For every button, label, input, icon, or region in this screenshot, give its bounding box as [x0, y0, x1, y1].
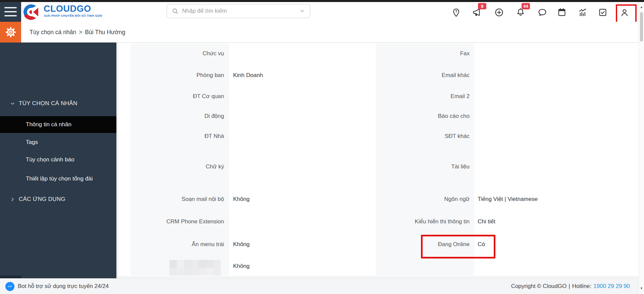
sidebar-item[interactable]: Thông tin cá nhân	[0, 116, 116, 133]
sidebar-section-label: CÁC ỨNG DỤNG	[19, 196, 65, 203]
messenger-icon	[5, 282, 14, 291]
chat-icon[interactable]	[537, 7, 548, 18]
page-root: CLOUDGO GIẢI PHÁP CHUYỂN ĐỔI SỐ TINH GỌN…	[0, 0, 644, 294]
search-dropdown-chevron-icon[interactable]	[299, 8, 305, 14]
form-label: ĐT Cơ quan	[135, 92, 224, 100]
form-label: Tài liệu	[381, 163, 470, 171]
breadcrumb: Tùy chọn cá nhân > Bùi Thu Hường	[30, 22, 125, 43]
cloudgo-logo-icon	[23, 4, 40, 20]
scroll-up-arrow[interactable]: ▲	[639, 5, 644, 9]
scrollbar-thumb[interactable]	[640, 12, 643, 42]
form-label: ĐT Nhà	[135, 132, 224, 140]
breadcrumb-bar: Tùy chọn cá nhân > Bùi Thu Hường	[0, 22, 644, 43]
notification-badge: 8	[478, 3, 486, 9]
header-bar: CLOUDGO GIẢI PHÁP CHUYỂN ĐỔI SỐ TINH GỌN…	[0, 2, 644, 22]
form-value: Không	[233, 240, 250, 248]
sidebar-collapse-handle[interactable]	[0, 276, 21, 278]
sidebar: TÙY CHỌN CÁ NHÂNThông tin cá nhânTagsTùy…	[0, 43, 116, 278]
support-bot-text: Bot hỗ trợ sử dụng trực tuyến 24/24	[18, 283, 109, 290]
footer-bar: Bot hỗ trợ sử dụng trực tuyến 24/24 Copy…	[0, 278, 644, 294]
support-bot-link[interactable]: Bot hỗ trợ sử dụng trực tuyến 24/24	[5, 279, 109, 294]
footer-separator: |	[569, 283, 570, 290]
chevron-right-icon	[10, 197, 15, 202]
svg-text:?: ?	[455, 9, 457, 13]
bell-icon[interactable]: 44	[515, 7, 526, 18]
sidebar-section-label: TÙY CHỌN CÁ NHÂN	[19, 100, 77, 107]
copyright-text: Copyright © CloudGO	[511, 283, 567, 290]
settings-gear-button[interactable]	[0, 22, 21, 43]
cloudgo-logo[interactable]: CLOUDGO GIẢI PHÁP CHUYỂN ĐỔI SỐ TINH GỌN	[23, 4, 103, 20]
chevron-down-icon	[10, 101, 15, 106]
hamburger-bar	[4, 7, 17, 8]
global-search	[167, 4, 310, 18]
sidebar-item[interactable]: Tags	[0, 134, 116, 151]
help-pin-icon[interactable]: ?	[450, 7, 462, 18]
form-label: Email 2	[381, 92, 470, 100]
breadcrumb-separator: >	[79, 29, 82, 36]
search-input[interactable]	[181, 7, 299, 15]
form-label: Email khác	[381, 71, 470, 79]
calendar-icon[interactable]	[556, 7, 568, 18]
gear-icon	[5, 26, 17, 38]
sidebar-section-applications[interactable]: CÁC ỨNG DỤNG	[0, 191, 116, 208]
hamburger-menu-button[interactable]	[0, 2, 21, 22]
page-scrollbar[interactable]: ▲ ▼	[639, 2, 644, 294]
form-label: Phòng ban	[135, 71, 224, 79]
breadcrumb-item-options[interactable]: Tùy chọn cá nhân	[30, 29, 76, 36]
redacted-label-block	[169, 260, 221, 276]
form-value: Chi tiết	[478, 218, 495, 226]
search-icon	[171, 7, 179, 15]
logo-tagline: GIẢI PHÁP CHUYỂN ĐỔI SỐ TINH GỌN	[44, 14, 102, 17]
scroll-down-arrow[interactable]: ▼	[639, 287, 644, 290]
hotline-number-link[interactable]: 1900 29 29 90	[593, 283, 630, 290]
breadcrumb-item-user: Bùi Thu Hường	[85, 29, 125, 36]
annotation-box-online-field	[421, 235, 495, 259]
form-label: Chữ ký	[135, 163, 224, 171]
footer-copyright: Copyright © CloudGO | Hotline: 1900 29 2…	[511, 279, 630, 294]
form-label: SĐT khác	[381, 132, 470, 140]
form-label: Di động	[135, 112, 224, 120]
form-value: Không	[233, 195, 250, 203]
hotline-label: Hotline:	[572, 283, 592, 290]
form-label: Fax	[381, 50, 470, 58]
form-value: Tiếng Việt | Vietnamese	[478, 195, 538, 203]
chart-icon[interactable]	[577, 7, 588, 18]
hamburger-bar	[4, 11, 17, 12]
form-label: Ngôn ngữ	[381, 195, 470, 203]
form-value: Kinh Doanh	[233, 71, 263, 79]
check-square-icon[interactable]	[597, 7, 608, 18]
form-value: Không	[233, 262, 250, 270]
hamburger-bar	[4, 15, 17, 16]
content-divider	[119, 43, 639, 43]
form-label: Báo cáo cho	[381, 112, 470, 120]
sidebar-item[interactable]: Tùy chọn cảnh báo	[0, 151, 116, 168]
content-bottom-divider	[116, 277, 639, 277]
sidebar-shadow	[116, 43, 119, 278]
form-label: Chức vụ	[135, 50, 224, 58]
sidebar-section-personal-options[interactable]: TÙY CHỌN CÁ NHÂN	[0, 95, 116, 112]
form-label: Ẩn menu trái	[135, 240, 224, 248]
notification-badge: 44	[522, 3, 530, 9]
megaphone-icon[interactable]: 8	[471, 7, 483, 18]
plus-icon[interactable]	[493, 7, 505, 18]
sidebar-item[interactable]: Thiết lập tùy chọn tổng đài	[0, 170, 116, 187]
form-label: CRM Phone Extension	[135, 218, 224, 226]
logo-text: CLOUDGO	[44, 4, 91, 14]
form-label: Kiểu hiển thị thông tin	[381, 218, 470, 226]
form-label: Soạn mail nội bộ	[135, 195, 224, 203]
